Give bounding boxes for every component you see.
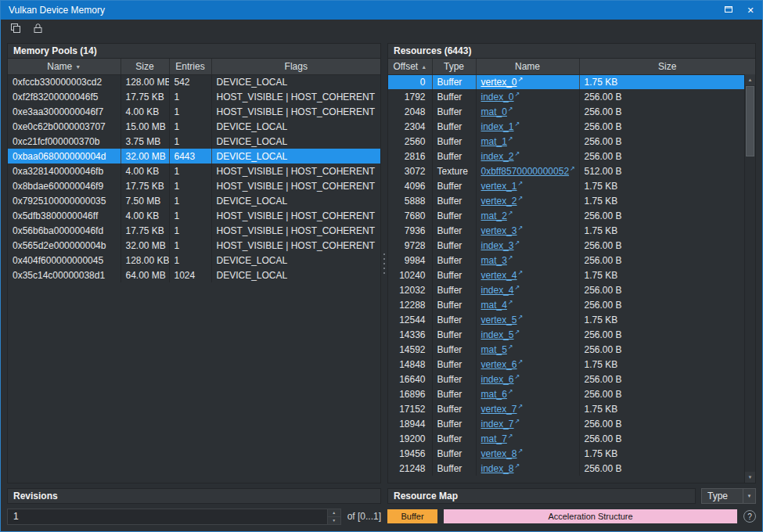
column-header-entries[interactable]: Entries	[169, 59, 211, 74]
table-row[interactable]: 14848Buffervertex_6↗1.75 KB	[388, 357, 755, 372]
table-row[interactable]: 7936Buffervertex_3↗1.75 KB	[388, 223, 755, 238]
table-row[interactable]: 0x56b6ba00000046fd17.75 KB1HOST_VISIBLE …	[8, 223, 380, 238]
resource-link[interactable]: index_8↗	[481, 463, 520, 474]
table-row[interactable]: 4096Buffervertex_1↗1.75 KB	[388, 178, 755, 193]
type-dropdown[interactable]: Type ▼	[701, 488, 756, 504]
resource-link[interactable]: mat_5↗	[481, 344, 513, 355]
resource-link[interactable]: mat_6↗	[481, 389, 513, 400]
table-row[interactable]: 16640Bufferindex_6↗256.00 B	[388, 372, 755, 386]
external-link-icon: ↗	[515, 329, 520, 336]
resource-link[interactable]: index_7↗	[481, 419, 520, 430]
titlebar[interactable]: Vulkan Device Memory ✕	[1, 1, 762, 20]
resource-link[interactable]: mat_3↗	[481, 255, 513, 266]
column-header-type[interactable]: Type	[432, 59, 476, 74]
resource-link[interactable]: vertex_4↗	[481, 270, 524, 281]
revision-spinbox[interactable]: 1 ▲ ▼	[7, 509, 341, 525]
scrollbar-thumb[interactable]	[746, 86, 754, 156]
column-header-flags[interactable]: Flags	[211, 59, 380, 74]
resource-link[interactable]: vertex_6↗	[481, 359, 524, 370]
table-row[interactable]: 2816Bufferindex_2↗256.00 B	[388, 149, 755, 164]
table-row[interactable]: 0xa3281400000046fb4.00 KB1HOST_VISIBLE |…	[8, 164, 380, 178]
resource-link[interactable]: vertex_7↗	[481, 404, 524, 415]
table-row[interactable]: 1792Bufferindex_0↗256.00 B	[388, 89, 755, 104]
cell-name: mat_2↗	[476, 208, 579, 223]
resource-link[interactable]: index_5↗	[481, 329, 520, 340]
table-row[interactable]: 0xe3aa3000000046f74.00 KB1HOST_VISIBLE |…	[8, 104, 380, 119]
resource-link[interactable]: vertex_2↗	[481, 196, 524, 207]
resource-link[interactable]: index_1↗	[481, 121, 520, 132]
cell-type: Buffer	[432, 357, 476, 372]
column-header-offset[interactable]: Offset▲	[388, 59, 432, 74]
table-row[interactable]: 9728Bufferindex_3↗256.00 B	[388, 238, 755, 253]
lock-button[interactable]	[29, 22, 46, 38]
spin-up-icon[interactable]: ▲	[328, 509, 340, 517]
table-row[interactable]: 12544Buffervertex_5↗1.75 KB	[388, 312, 755, 327]
float-window-button[interactable]	[722, 3, 736, 17]
table-row[interactable]: 2560Buffermat_1↗256.00 B	[388, 134, 755, 149]
scrollbar-track[interactable]	[745, 85, 755, 472]
table-row[interactable]: 10240Buffervertex_4↗1.75 KB	[388, 268, 755, 282]
table-row[interactable]: 2304Bufferindex_1↗256.00 B	[388, 119, 755, 134]
table-row[interactable]: 0Buffervertex_0↗1.75 KB	[388, 74, 755, 89]
resources-scrollbar[interactable]: ▲ ▼	[744, 74, 755, 483]
table-row[interactable]: 19200Buffermat_7↗256.00 B	[388, 431, 755, 446]
column-header-size[interactable]: Size	[121, 59, 169, 74]
table-row[interactable]: 0xfccb330000003cd2128.00 MB542DEVICE_LOC…	[8, 74, 380, 89]
table-row[interactable]: 3072Texture0xbff8570000000052↗512.00 B	[388, 164, 755, 178]
table-row[interactable]: 19456Buffervertex_8↗1.75 KB	[388, 446, 755, 461]
resource-link[interactable]: index_2↗	[481, 151, 520, 162]
column-header-name[interactable]: Name▼	[8, 59, 121, 74]
cell-size: 128.00 KB	[121, 253, 169, 268]
table-row[interactable]: 9984Buffermat_3↗256.00 B	[388, 253, 755, 268]
resource-link[interactable]: vertex_3↗	[481, 225, 524, 236]
close-button[interactable]: ✕	[743, 3, 758, 17]
table-row[interactable]: 0xbaa068000000004d32.00 MB6443DEVICE_LOC…	[8, 149, 380, 164]
resource-link[interactable]: vertex_8↗	[481, 448, 524, 459]
resource-link[interactable]: vertex_0↗	[481, 77, 524, 88]
table-row[interactable]: 0x404f600000000045128.00 KB1DEVICE_LOCAL	[8, 253, 380, 268]
table-row[interactable]: 5888Buffervertex_2↗1.75 KB	[388, 193, 755, 208]
column-header-size[interactable]: Size	[579, 59, 755, 74]
resource-link[interactable]: vertex_1↗	[481, 181, 524, 192]
memory-pools-panel: Memory Pools (14) Name▼SizeEntriesFlags0…	[7, 43, 381, 483]
table-row[interactable]: 18944Bufferindex_7↗256.00 B	[388, 416, 755, 431]
resource-link[interactable]: 0xbff8570000000052↗	[481, 166, 575, 177]
copy-button[interactable]	[7, 22, 24, 38]
table-row[interactable]: 14592Buffermat_5↗256.00 B	[388, 342, 755, 357]
resource-link[interactable]: index_3↗	[481, 240, 520, 251]
table-row[interactable]: 0xc21fcf000000370b3.75 MB1DEVICE_LOCAL	[8, 134, 380, 149]
table-row[interactable]: 0x5dfb3800000046ff4.00 KB1HOST_VISIBLE |…	[8, 208, 380, 223]
cell-entries: 6443	[169, 149, 211, 164]
table-row[interactable]: 0x79251000000000357.50 MB1DEVICE_LOCAL	[8, 193, 380, 208]
table-row[interactable]: 21248Bufferindex_8↗256.00 B	[388, 461, 755, 476]
table-row[interactable]: 14336Bufferindex_5↗256.00 B	[388, 327, 755, 342]
scroll-up-icon[interactable]: ▲	[745, 74, 755, 85]
scroll-down-icon[interactable]: ▼	[745, 472, 755, 483]
table-row[interactable]: 0x565d2e000000004b32.00 MB1HOST_VISIBLE …	[8, 238, 380, 253]
resource-link[interactable]: mat_7↗	[481, 433, 513, 444]
table-row[interactable]: 7680Buffermat_2↗256.00 B	[388, 208, 755, 223]
resource-link[interactable]: index_4↗	[481, 285, 520, 296]
resource-link[interactable]: mat_4↗	[481, 300, 513, 311]
table-row[interactable]: 12032Bufferindex_4↗256.00 B	[388, 282, 755, 297]
resource-link[interactable]: mat_1↗	[481, 136, 513, 147]
panel-splitter[interactable]	[381, 43, 387, 483]
table-row[interactable]: 16896Buffermat_6↗256.00 B	[388, 386, 755, 401]
table-row[interactable]: 12288Buffermat_4↗256.00 B	[388, 297, 755, 312]
resource-link[interactable]: mat_0↗	[481, 106, 513, 117]
spin-down-icon[interactable]: ▼	[328, 517, 340, 524]
column-header-name[interactable]: Name	[476, 59, 579, 74]
resource-link[interactable]: index_0↗	[481, 92, 520, 102]
external-link-icon: ↗	[508, 433, 513, 440]
table-row[interactable]: 2048Buffermat_0↗256.00 B	[388, 104, 755, 119]
resource-link[interactable]: vertex_5↗	[481, 315, 524, 325]
cell-flags: HOST_VISIBLE | HOST_COHERENT	[211, 104, 380, 119]
table-row[interactable]: 0x35c14c00000038d164.00 MB1024DEVICE_LOC…	[8, 268, 380, 282]
table-row[interactable]: 0xe0c62b000000370715.00 MB1DEVICE_LOCAL	[8, 119, 380, 134]
resource-link[interactable]: index_6↗	[481, 374, 520, 385]
help-icon[interactable]: ?	[743, 510, 756, 523]
table-row[interactable]: 0xf2f83200000046f517.75 KB1HOST_VISIBLE …	[8, 89, 380, 104]
table-row[interactable]: 0x8bdae600000046f917.75 KB1HOST_VISIBLE …	[8, 178, 380, 193]
table-row[interactable]: 17152Buffervertex_7↗1.75 KB	[388, 401, 755, 416]
resource-link[interactable]: mat_2↗	[481, 210, 513, 221]
